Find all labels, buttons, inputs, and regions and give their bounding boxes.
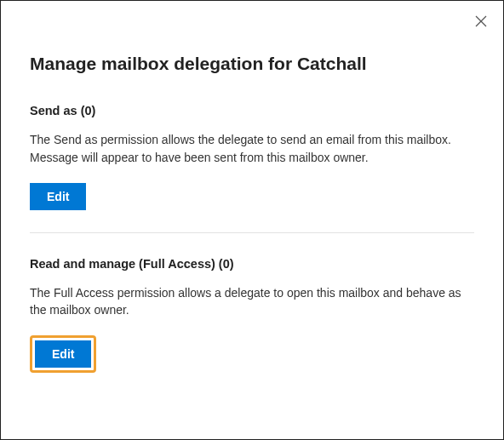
highlight-annotation: Edit xyxy=(30,335,96,373)
dialog-content: Manage mailbox delegation for Catchall S… xyxy=(1,1,503,420)
full-access-description: The Full Access permission allows a dele… xyxy=(30,284,474,319)
send-as-description: The Send as permission allows the delega… xyxy=(30,131,474,166)
dialog-title: Manage mailbox delegation for Catchall xyxy=(30,52,474,75)
full-access-section: Read and manage (Full Access) (0) The Fu… xyxy=(30,232,474,396)
full-access-heading: Read and manage (Full Access) (0) xyxy=(30,257,474,271)
send-as-edit-button[interactable]: Edit xyxy=(30,183,86,210)
close-icon xyxy=(475,15,487,27)
full-access-edit-button[interactable]: Edit xyxy=(35,340,91,368)
send-as-section: Send as (0) The Send as permission allow… xyxy=(30,104,474,232)
close-button[interactable] xyxy=(472,13,490,30)
dialog-panel: Manage mailbox delegation for Catchall S… xyxy=(0,0,504,440)
send-as-heading: Send as (0) xyxy=(30,104,474,117)
